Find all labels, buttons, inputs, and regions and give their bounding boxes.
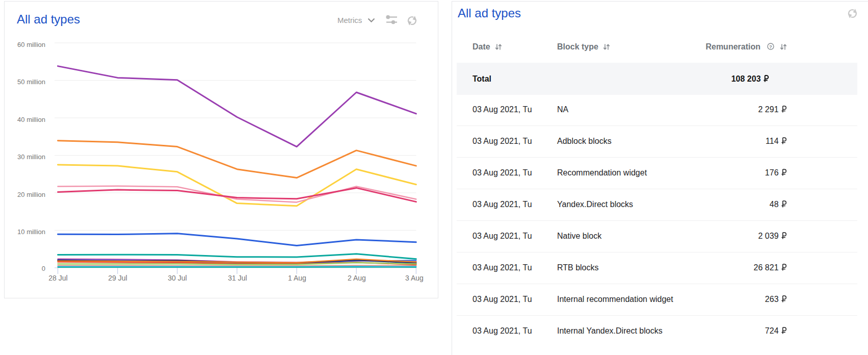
svg-text:?: ? [769,44,772,49]
